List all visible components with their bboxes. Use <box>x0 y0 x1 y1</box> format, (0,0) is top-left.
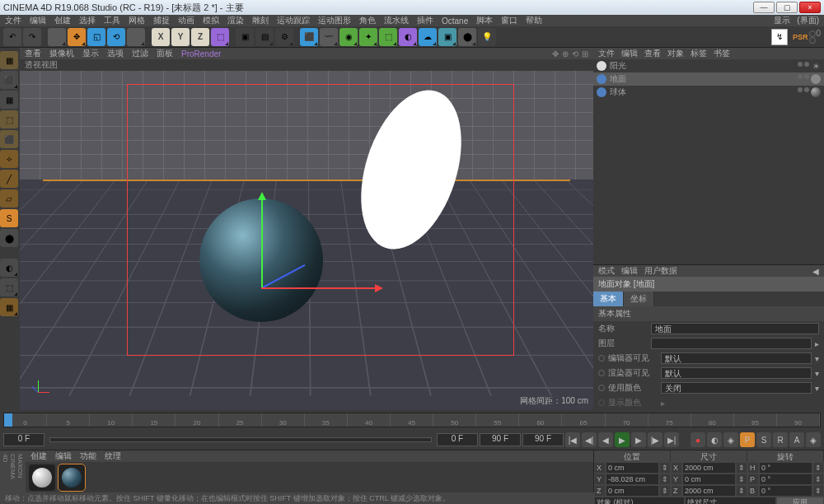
mm-menu-texture[interactable]: 纹理 <box>105 450 121 462</box>
snap-button[interactable]: ⬚ <box>0 278 18 296</box>
menu-simulate[interactable]: 模拟 <box>203 15 219 26</box>
om-menu-edit[interactable]: 编辑 <box>621 48 638 59</box>
material-thumb[interactable] <box>29 464 55 491</box>
object-row-sphere[interactable]: 球体 <box>593 86 824 99</box>
menu-motiontrack[interactable]: 运动跟踪 <box>277 15 310 26</box>
object-row-light[interactable]: 阳光 ☀ <box>593 59 824 72</box>
attrib-edvis-field[interactable]: 默认 <box>661 352 812 364</box>
material-tag-icon[interactable] <box>811 74 821 84</box>
render-region-button[interactable]: ▤ <box>255 28 274 46</box>
vp-menu-panel[interactable]: 面板 <box>157 48 173 59</box>
psr-dot[interactable] <box>809 37 816 44</box>
spinner-icon[interactable]: ⇕ <box>736 485 747 497</box>
menu-select[interactable]: 选择 <box>79 15 96 26</box>
spinner-icon[interactable]: ⇕ <box>736 474 747 485</box>
menu-file[interactable]: 文件 <box>5 15 21 26</box>
scale-tool-button[interactable]: ◱ <box>87 28 105 46</box>
goto-start-button[interactable]: |◀ <box>565 432 580 447</box>
dropdown-icon[interactable]: ▾ <box>815 369 819 378</box>
live-select-button[interactable] <box>48 28 66 46</box>
close-button[interactable]: × <box>799 2 821 13</box>
om-menu-objects[interactable]: 对象 <box>667 48 684 59</box>
model-mode-button[interactable]: ⬛ <box>0 71 18 89</box>
enable-axis-button[interactable]: S <box>0 209 18 227</box>
edge-mode-button[interactable]: ╱ <box>0 170 18 188</box>
add-camera-button[interactable]: ▣ <box>438 28 456 46</box>
attrib-tab-basic[interactable]: 基本 <box>593 292 624 306</box>
gizmo-y-axis[interactable] <box>261 198 263 289</box>
key-param-button[interactable]: A <box>789 432 804 447</box>
coord-size-field[interactable]: 0 cm <box>682 474 736 485</box>
render-view-button[interactable]: ▣ <box>236 28 254 46</box>
anim-dot[interactable] <box>598 370 605 376</box>
object-manager[interactable]: 阳光 ☀ 地面 球体 <box>593 59 824 265</box>
psr-dot[interactable] <box>809 30 816 37</box>
dropdown-icon[interactable]: ▾ <box>815 384 819 393</box>
coord-pos-field[interactable]: 0 cm <box>606 485 659 497</box>
spinner-icon[interactable]: ⇕ <box>659 474 671 485</box>
menu-sculpt[interactable]: 雕刻 <box>252 15 269 26</box>
next-frame-button[interactable]: ▶ <box>631 432 646 447</box>
menu-interface[interactable]: (界面) <box>797 15 819 26</box>
goto-end-button[interactable]: ▶| <box>664 432 679 447</box>
am-nav-prev-icon[interactable]: ◀ <box>812 267 819 276</box>
vis-dot[interactable] <box>804 62 809 67</box>
add-lightbulb-button[interactable]: 💡 <box>478 28 496 46</box>
menu-script[interactable]: 脚本 <box>476 15 493 26</box>
play-button[interactable]: ▶ <box>615 432 630 447</box>
autokey-button[interactable]: ◐ <box>707 432 722 447</box>
menu-octane[interactable]: Octane <box>442 16 468 26</box>
coord-rot-field[interactable]: 0 ° <box>759 462 812 474</box>
spinner-icon[interactable]: ⇕ <box>812 485 824 497</box>
add-spline-button[interactable]: 〰 <box>320 28 338 46</box>
menu-character[interactable]: 角色 <box>359 15 376 26</box>
keyframe-button[interactable]: ◈ <box>723 432 738 447</box>
key-pos-button[interactable]: P <box>740 432 755 447</box>
om-menu-view[interactable]: 查看 <box>644 48 661 59</box>
viewport-solo-button[interactable]: ◐ <box>0 259 18 277</box>
add-array-button[interactable]: ⬚ <box>379 28 397 46</box>
coord-rot-field[interactable]: 0 ° <box>759 474 812 485</box>
menu-tools[interactable]: 工具 <box>104 15 120 26</box>
spinner-icon[interactable]: ⇕ <box>736 462 747 474</box>
add-deformer-button[interactable]: ◐ <box>399 28 417 46</box>
vp-menu-view[interactable]: 查看 <box>25 48 41 59</box>
material-list[interactable] <box>26 462 593 492</box>
light-tag-icon[interactable]: ☀ <box>811 62 821 71</box>
lock-x-button[interactable]: X <box>152 28 170 46</box>
add-generator-button[interactable]: ◉ <box>339 28 358 46</box>
add-environment-button[interactable]: ☁ <box>419 28 437 46</box>
timeline-ruler[interactable]: 051015202530354045505560657075808590 <box>3 413 821 427</box>
tweak-button[interactable]: ⬤ <box>0 229 18 247</box>
attrib-tab-coord[interactable]: 坐标 <box>624 292 654 306</box>
vis-dot[interactable] <box>804 87 809 92</box>
lock-y-button[interactable]: Y <box>171 28 190 46</box>
object-row-floor[interactable]: 地面 <box>593 72 824 86</box>
attrib-usecol-field[interactable]: 关闭 <box>661 382 812 394</box>
menu-edit[interactable]: 编辑 <box>30 15 46 26</box>
attrib-layer-field[interactable] <box>651 338 812 349</box>
next-key-button[interactable]: |▶ <box>648 432 662 447</box>
vis-dot[interactable] <box>798 62 803 67</box>
spinner-icon[interactable]: ⇕ <box>659 462 671 474</box>
dropdown-icon[interactable]: ▾ <box>815 354 819 363</box>
apply-button[interactable]: 应用 <box>776 497 824 504</box>
menu-layout[interactable]: 显示 <box>774 15 790 26</box>
frame-max-field[interactable]: 90 F <box>522 433 564 446</box>
mm-menu-create[interactable]: 创建 <box>30 450 47 462</box>
render-settings-button[interactable]: ⚙ <box>275 28 293 46</box>
viewport-3d[interactable]: 网格间距：100 cm <box>20 71 593 410</box>
frame-end-field[interactable]: 90 F <box>480 433 521 446</box>
minimize-button[interactable]: — <box>753 2 775 13</box>
vis-dot[interactable] <box>798 87 803 92</box>
attrib-name-field[interactable]: 地面 <box>651 323 819 334</box>
coord-pos-field[interactable]: -88.028 cm <box>606 474 659 485</box>
vp-menu-prorender[interactable]: ProRender <box>181 49 221 58</box>
prev-key-button[interactable]: ◀| <box>582 432 597 447</box>
undo-button[interactable]: ↶ <box>3 28 21 46</box>
record-button[interactable]: ● <box>691 432 705 447</box>
menu-mograph[interactable]: 运动图形 <box>318 15 351 26</box>
menu-animate[interactable]: 动画 <box>178 15 194 26</box>
redo-button[interactable]: ↷ <box>23 28 41 46</box>
menu-render[interactable]: 渲染 <box>227 15 244 26</box>
